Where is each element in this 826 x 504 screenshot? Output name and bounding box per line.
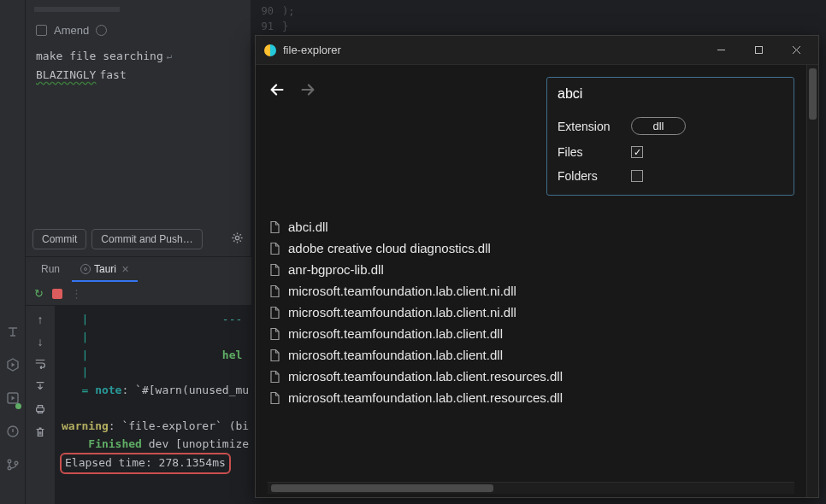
list-item[interactable]: abci.dll <box>268 216 794 237</box>
vertical-scrollbar[interactable] <box>806 65 818 497</box>
nav-forward-button[interactable] <box>298 80 317 102</box>
scroll-to-end-icon[interactable] <box>34 380 46 395</box>
vcs-branch-icon[interactable] <box>6 458 20 474</box>
list-item[interactable]: microsoft.teamfoundation.lab.client.reso… <box>268 387 794 408</box>
problems-icon[interactable] <box>6 425 20 441</box>
commit-button[interactable]: Commit <box>32 229 86 249</box>
close-icon[interactable]: ✕ <box>121 264 129 274</box>
file-icon <box>268 263 281 277</box>
history-icon[interactable] <box>96 25 107 36</box>
commit-message-area[interactable]: make file searching ↵ BLAZINGLY fast <box>26 40 251 91</box>
separator: ⋮ <box>71 287 82 300</box>
print-icon[interactable] <box>34 403 46 418</box>
svg-rect-7 <box>755 47 762 54</box>
results-list: abci.dll adobe creative cloud diagnostic… <box>268 216 794 482</box>
list-item[interactable]: microsoft.teamfoundation.lab.client.dll <box>268 344 794 366</box>
code-text: } <box>282 19 288 34</box>
gear-icon[interactable] <box>231 231 244 247</box>
extension-pill[interactable]: dll <box>631 117 686 135</box>
close-button[interactable] <box>777 36 815 65</box>
ide-left-toolstrip <box>0 0 26 504</box>
list-item[interactable]: microsoft.teamfoundation.lab.client.dll <box>268 323 794 344</box>
commit-header-bar <box>34 7 120 12</box>
list-item[interactable]: anr-bgproc-lib.dll <box>268 259 794 280</box>
soft-wrap-icon[interactable] <box>34 357 46 372</box>
scroll-up-icon[interactable]: ↑ <box>38 313 44 326</box>
svg-point-4 <box>15 461 18 465</box>
line-number: 90 <box>255 3 274 19</box>
run-tabs: Run Tauri✕ <box>26 256 251 282</box>
file-icon <box>268 349 281 362</box>
stop-button[interactable] <box>52 289 62 299</box>
minimize-button[interactable] <box>702 36 740 65</box>
search-box: Extension dll Files Folders <box>546 77 794 196</box>
file-icon <box>268 242 281 255</box>
svg-rect-6 <box>37 407 44 411</box>
window-title: file-explorer <box>283 44 341 56</box>
trash-icon[interactable] <box>34 426 46 441</box>
window-titlebar[interactable]: file-explorer <box>256 36 818 65</box>
file-icon <box>268 327 281 341</box>
tab-run[interactable]: Run <box>32 258 68 282</box>
text-tool-icon[interactable] <box>6 325 20 341</box>
search-input[interactable] <box>558 86 783 107</box>
commit-msg-line1: make file searching <box>36 47 163 66</box>
console-gutter: ↑ ↓ <box>26 306 55 504</box>
tab-tauri[interactable]: Tauri✕ <box>72 258 138 282</box>
scroll-down-icon[interactable]: ↓ <box>38 335 44 349</box>
extension-label: Extension <box>558 120 619 133</box>
files-label: Files <box>558 145 619 159</box>
svg-point-2 <box>8 460 11 463</box>
amend-label: Amend <box>54 24 89 37</box>
folders-checkbox[interactable] <box>631 170 643 182</box>
list-item[interactable]: microsoft.teamfoundation.lab.client.reso… <box>268 366 794 387</box>
files-checkbox[interactable] <box>631 146 643 158</box>
app-logo-icon <box>264 44 276 56</box>
file-explorer-window: file-explorer <box>255 35 819 498</box>
return-icon: ↵ <box>167 49 173 65</box>
file-icon <box>268 306 281 319</box>
commit-msg-word-wavy: BLAZINGLY <box>36 66 96 85</box>
list-item[interactable]: microsoft.teamfoundation.lab.client.ni.d… <box>268 280 794 302</box>
editor-gutter: 90); 91} <box>251 0 826 38</box>
maximize-button[interactable] <box>740 36 777 65</box>
commit-msg-rest: fast <box>99 66 126 85</box>
horizontal-scrollbar[interactable] <box>268 482 794 494</box>
svg-point-3 <box>8 466 11 470</box>
file-icon <box>268 284 281 298</box>
file-icon <box>268 220 281 234</box>
elapsed-time-highlight: Elapsed time: 278.1354ms <box>60 453 231 474</box>
line-number: 91 <box>255 19 274 34</box>
commit-panel: Amend make file searching ↵ BLAZINGLY fa… <box>26 0 251 256</box>
file-icon <box>268 391 281 405</box>
nav-back-button[interactable] <box>268 80 286 102</box>
tauri-icon <box>80 264 91 274</box>
run-toolbar: ↻ ⋮ <box>26 282 251 306</box>
run-play-icon[interactable] <box>6 391 20 407</box>
list-item[interactable]: microsoft.teamfoundation.lab.client.ni.d… <box>268 302 794 323</box>
svg-point-5 <box>235 236 239 239</box>
hex-play-icon[interactable] <box>6 358 20 374</box>
commit-and-push-button[interactable]: Commit and Push… <box>91 229 202 249</box>
rerun-icon[interactable]: ↻ <box>34 287 44 300</box>
folders-label: Folders <box>558 169 619 183</box>
file-icon <box>268 370 281 384</box>
code-text: ); <box>282 3 294 19</box>
amend-checkbox[interactable] <box>36 25 47 36</box>
list-item[interactable]: adobe creative cloud diagnostics.dll <box>268 237 794 259</box>
